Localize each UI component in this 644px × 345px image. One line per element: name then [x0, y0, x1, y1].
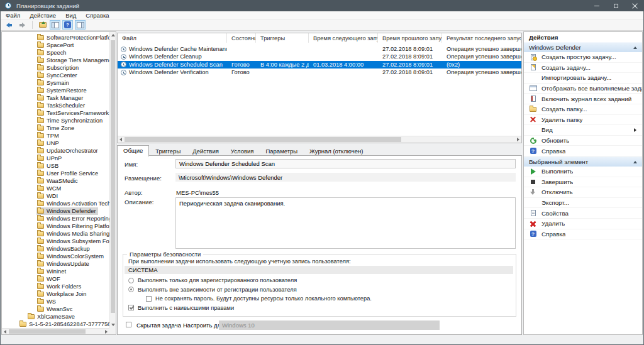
tree-item[interactable]: WindowsUpdate	[2, 260, 109, 268]
tree-item[interactable]: Sysmain	[2, 79, 109, 87]
tree-item[interactable]: WOF	[2, 275, 109, 283]
console-tree-toggle-button[interactable]	[50, 20, 60, 30]
tab[interactable]: Триггеры	[150, 146, 186, 156]
menu-item[interactable]: Файл	[6, 12, 20, 19]
tree-item[interactable]: Time Zone	[2, 124, 109, 132]
action-item[interactable]: Импортировать задачу...	[524, 73, 642, 84]
action-item[interactable]: Создать папку...	[524, 104, 642, 115]
tree-item[interactable]: Time Synchronization	[2, 117, 109, 124]
action-item[interactable]: Удалить папку	[524, 115, 642, 126]
column-header[interactable]: Состояние	[227, 33, 256, 43]
tree-item[interactable]: TPM	[2, 132, 109, 140]
tree-item[interactable]: Windows Filtering Platform	[2, 222, 109, 230]
tab[interactable]: Условия	[225, 146, 260, 156]
configure-for-select[interactable]: Windows 10	[219, 320, 440, 330]
tree-item[interactable]: Workplace Join	[2, 290, 109, 298]
maximize-button[interactable]	[606, 0, 625, 11]
tree-item[interactable]: UPnP	[2, 155, 109, 162]
action-item[interactable]: Выполнить	[524, 167, 642, 177]
close-button[interactable]	[625, 0, 644, 11]
menu-item[interactable]: Действие	[30, 12, 56, 19]
task-row[interactable]: Windows Defender VerificationГотово27.02…	[118, 68, 521, 76]
column-header[interactable]: Файл	[118, 33, 227, 43]
radio-option[interactable]: Выполнять только для зарегистрированного…	[128, 276, 512, 285]
tree-item[interactable]: WwanSvc	[2, 305, 109, 313]
task-row[interactable]: Windows Defender Cleanup27.02.2018 8:09:…	[118, 53, 521, 60]
scroll-right-icon[interactable]	[103, 329, 109, 335]
action-item[interactable]: Включить журнал всех заданий	[524, 94, 642, 104]
column-header[interactable]: Время прошлого запуска	[378, 33, 442, 43]
column-header[interactable]: Результат последнего запуска	[442, 33, 521, 43]
action-item[interactable]: Создать простую задачу...	[524, 52, 642, 63]
tree-item[interactable]: Windows Activation Technol	[2, 200, 109, 207]
tree-item[interactable]: Work Folders	[2, 283, 109, 290]
tab[interactable]: Журнал (отключен)	[304, 146, 369, 156]
radio-option[interactable]: Выполнять вне зависимости от регистрации…	[128, 285, 512, 295]
menu-item[interactable]: Вид	[65, 12, 76, 19]
task-name-field[interactable]: Windows Defender Scheduled Scan	[175, 159, 516, 168]
scroll-left-icon[interactable]	[118, 136, 124, 143]
tree-item[interactable]: S-1-5-21-2854622847-3777756760-2	[2, 320, 109, 328]
checkbox-option[interactable]: Выполнить с наивысшими правами	[128, 304, 512, 313]
action-item[interactable]: Справка	[524, 229, 642, 240]
scroll-up-icon[interactable]	[110, 32, 116, 38]
task-row[interactable]: Windows Defender Cache Maintenance27.02.…	[118, 45, 521, 53]
list-horizontal-scrollbar[interactable]	[118, 136, 521, 143]
tree-item[interactable]: USB	[2, 162, 109, 170]
tree-horizontal-scrollbar[interactable]	[2, 328, 109, 334]
tab[interactable]: Действия	[187, 146, 225, 156]
tree-item[interactable]: Storage Tiers Managemen...	[2, 57, 109, 64]
tree-item[interactable]: UpdateOrchestrator	[2, 147, 109, 155]
scroll-right-icon[interactable]	[515, 136, 521, 143]
tree-item[interactable]: SystemRestore	[2, 87, 109, 94]
task-row[interactable]: Windows Defender Scheduled ScanГотовоВ 4…	[118, 61, 521, 68]
back-button[interactable]	[4, 23, 14, 28]
tree-item[interactable]: Speech	[2, 49, 109, 57]
tree-item[interactable]: User Profile Service	[2, 170, 109, 177]
tree-item[interactable]: WindowsColorSystem	[2, 253, 109, 260]
tree-item[interactable]: TaskScheduler	[2, 102, 109, 109]
action-item[interactable]: Удалить	[524, 219, 642, 229]
folder-up-button[interactable]	[37, 20, 48, 30]
tree-item[interactable]: SpacePort	[2, 41, 109, 49]
action-item[interactable]: Вид	[524, 125, 642, 136]
scroll-left-icon[interactable]	[2, 329, 8, 335]
tree-item[interactable]: Windows Error Reporting	[2, 215, 109, 222]
tree-item[interactable]: Wininet	[2, 268, 109, 275]
tree-item[interactable]: Windows Subsystem For Lin	[2, 238, 109, 245]
tree-item[interactable]: WCM	[2, 185, 109, 192]
task-description-field[interactable]: Периодическая задача сканирования.	[175, 197, 516, 249]
tab[interactable]: Общие	[117, 145, 149, 156]
scrollbar-thumb[interactable]	[111, 40, 115, 313]
tree-item[interactable]: WDI	[2, 192, 109, 200]
tree-item[interactable]: WindowsBackup	[2, 245, 109, 253]
hidden-task-checkbox[interactable]	[126, 322, 131, 327]
tree-item[interactable]: SyncCenter	[2, 72, 109, 79]
scrollbar-thumb[interactable]	[125, 137, 401, 142]
action-item[interactable]: Свойства	[524, 208, 642, 219]
tree-item[interactable]: WaaSMedic	[2, 177, 109, 185]
tree-item[interactable]: TextServicesFramework	[2, 109, 109, 117]
tree-item[interactable]: Windows Media Sharing	[2, 230, 109, 238]
tree-item[interactable]: UNP	[2, 140, 109, 147]
action-item[interactable]: Справка	[524, 146, 642, 156]
action-section-header[interactable]: Выбранный элемент	[524, 156, 642, 167]
scroll-down-icon[interactable]	[110, 322, 116, 328]
checkbox-option[interactable]: Не сохранять пароль. Будут доступны ресу…	[146, 294, 512, 304]
action-item[interactable]: Обновить	[524, 136, 642, 146]
forward-button[interactable]	[17, 23, 28, 28]
tree-vertical-scrollbar[interactable]	[109, 32, 116, 328]
tree-item[interactable]: Task Manager	[2, 94, 109, 102]
action-item[interactable]: Создать задачу...	[524, 63, 642, 74]
column-header[interactable]: Время следующего запуска	[309, 33, 378, 43]
column-header[interactable]: Триггеры	[256, 33, 309, 43]
minimize-button[interactable]	[587, 0, 606, 11]
action-pane-toggle-button[interactable]	[75, 20, 86, 30]
tree-item[interactable]: Windows Defender	[2, 207, 109, 215]
tree-item[interactable]: Subscription	[2, 64, 109, 72]
tree-item[interactable]: SoftwareProtectionPlatform	[2, 34, 109, 41]
tree-item[interactable]: XblGameSave	[2, 313, 109, 320]
help-button[interactable]	[62, 20, 73, 30]
scrollbar-thumb[interactable]	[9, 329, 86, 334]
action-item[interactable]: Отключить	[524, 187, 642, 198]
